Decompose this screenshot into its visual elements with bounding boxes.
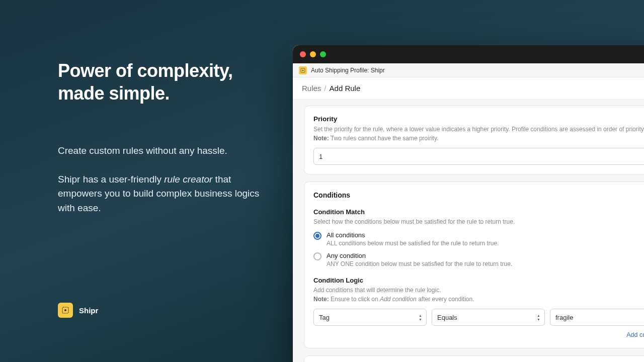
priority-desc-text: Set the priority for the rule, where a l…	[313, 126, 644, 133]
next-card-preview	[304, 355, 644, 362]
priority-note-text: Two rules cannot have the same proirity.	[329, 135, 439, 142]
radio-any-desc: ANY ONE condition below must be satisfie…	[327, 260, 512, 267]
svg-point-3	[302, 69, 304, 71]
condition-logic-note-label: Note:	[313, 296, 329, 303]
add-condition-row: Add conditio	[313, 330, 644, 339]
radio-body: All conditions ALL conditions below must…	[327, 231, 499, 247]
radio-icon[interactable]	[313, 252, 321, 260]
app-header: Auto Shipping Profile: Shipr	[293, 63, 644, 77]
brand-name: Shipr	[79, 306, 98, 315]
app-window: Auto Shipping Profile: Shipr Rules / Add…	[293, 45, 644, 362]
priority-title: Priority	[313, 115, 644, 123]
maximize-icon[interactable]	[320, 51, 326, 57]
condition-logic-row: Tag ▲▼ Equals ▲▼	[313, 309, 644, 326]
radio-all-label: All conditions	[327, 231, 499, 239]
condition-operator-select[interactable]: Equals ▲▼	[432, 309, 545, 326]
app-header-title: Auto Shipping Profile: Shipr	[311, 67, 385, 74]
priority-card: Priority Set the priority for the rule, …	[304, 106, 644, 174]
brand-row: Shipr	[58, 303, 98, 318]
headline-line-2: made simple.	[58, 83, 170, 104]
radio-all-desc: ALL conditions below must be satisfied f…	[327, 240, 499, 247]
minimize-icon[interactable]	[310, 51, 316, 57]
condition-logic-label: Condition Logic	[313, 277, 644, 284]
content-area: Priority Set the priority for the rule, …	[293, 100, 644, 362]
condition-logic-note-b: after every condition.	[417, 296, 474, 303]
svg-point-1	[64, 309, 66, 311]
conditions-title: Conditions	[313, 191, 644, 199]
breadcrumb-current: Add Rule	[330, 84, 361, 93]
subhead-2-a: Shipr has a user-friendly	[58, 174, 164, 185]
window-titlebar	[293, 45, 644, 63]
radio-any-label: Any condition	[327, 252, 512, 259]
headline-line-1: Power of complexity,	[58, 60, 232, 81]
conditions-card: Conditions Condition Match Select how th…	[304, 182, 644, 348]
subhead-2: Shipr has a user-friendly rule creator t…	[58, 172, 269, 216]
condition-field-select[interactable]: Tag ▲▼	[313, 309, 427, 326]
condition-logic-note-a: Ensure to click on	[329, 296, 380, 303]
breadcrumb: Rules / Add Rule	[293, 77, 644, 100]
radio-any-condition[interactable]: Any condition ANY ONE condition below mu…	[313, 252, 644, 267]
marketing-column: Power of complexity, made simple. Create…	[58, 59, 269, 215]
radio-body: Any condition ANY ONE condition below mu…	[327, 252, 512, 267]
priority-note-label: Note:	[313, 135, 329, 142]
condition-logic-desc-text: Add conditions that will determine the r…	[313, 287, 441, 294]
subhead-1: Create custom rules without any hassle.	[58, 144, 269, 158]
select-chevron-icon: ▲▼	[419, 314, 422, 321]
radio-all-conditions[interactable]: All conditions ALL conditions below must…	[313, 231, 644, 247]
select-chevron-icon: ▲▼	[537, 314, 540, 321]
radio-icon[interactable]	[313, 232, 321, 240]
condition-match-desc: Select how the conditions below must be …	[313, 217, 644, 226]
condition-match-block: Condition Match Select how the condition…	[313, 208, 644, 267]
breadcrumb-parent[interactable]: Rules	[302, 84, 321, 93]
headline: Power of complexity, made simple.	[58, 59, 269, 105]
condition-logic-block: Condition Logic Add conditions that will…	[313, 277, 644, 339]
close-icon[interactable]	[300, 51, 306, 57]
app-header-icon	[299, 66, 307, 74]
priority-desc: Set the priority for the rule, where a l…	[313, 125, 644, 143]
priority-input[interactable]	[313, 148, 644, 165]
shipr-logo-icon	[58, 303, 73, 318]
condition-value-input[interactable]	[550, 309, 644, 326]
condition-logic-note-em: Add condition	[380, 296, 417, 303]
priority-input-wrap: ▲ ▼	[313, 148, 644, 165]
breadcrumb-separator-icon: /	[324, 84, 326, 93]
condition-operator-value: Equals	[437, 314, 457, 321]
add-condition-link[interactable]: Add conditio	[626, 331, 644, 338]
subhead-2-em: rule creator	[164, 174, 212, 185]
condition-logic-desc: Add conditions that will determine the r…	[313, 286, 644, 304]
condition-match-label: Condition Match	[313, 208, 644, 216]
condition-field-value: Tag	[319, 314, 330, 321]
